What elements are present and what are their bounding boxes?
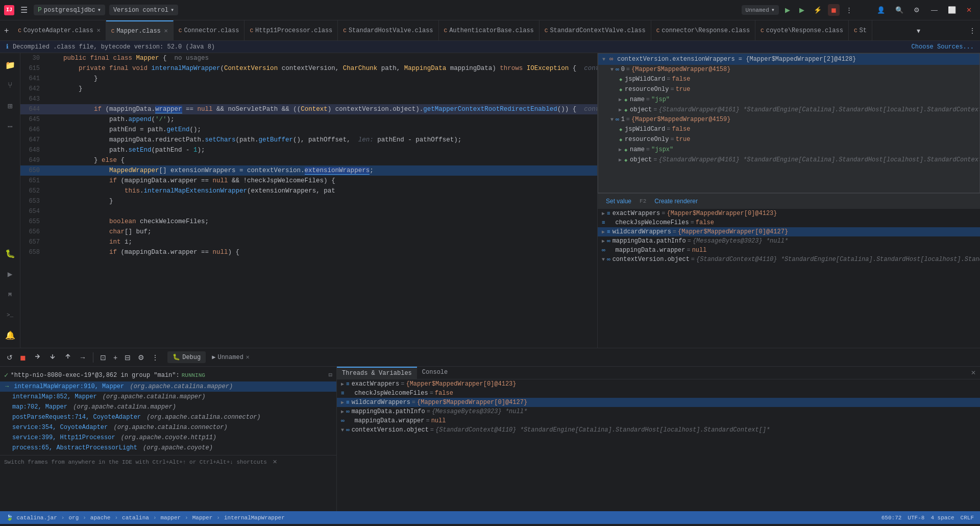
create-renderer-button[interactable]: Create renderer [652, 197, 700, 206]
status-method[interactable]: internalMapWrapper [224, 515, 285, 521]
run-config[interactable]: Unnamed ▾ [742, 5, 779, 15]
status-indent[interactable]: 4 space [930, 515, 954, 521]
activity-run[interactable]: ▶ [2, 266, 18, 282]
frame-list-button[interactable]: ⊟ [122, 352, 133, 363]
status-catalina[interactable]: catalina [122, 515, 149, 521]
global-search-button[interactable]: 🔍 [892, 4, 906, 16]
step-over-button[interactable] [31, 351, 44, 364]
exact-arrow[interactable]: ▶ [602, 210, 605, 217]
var-item-0-name-arrow[interactable]: ▶ [619, 97, 622, 103]
minimize-button[interactable]: — [927, 5, 942, 15]
hint-close-button[interactable]: ✕ [273, 459, 277, 465]
vars-checkjsp[interactable]: ≡ checkJspWelcomeFiles = false [337, 389, 980, 398]
var-item-0-object-arrow[interactable]: ▶ [619, 107, 622, 113]
frame-item-1[interactable]: internalMapWrapper:910, Mapper (org.apac… [0, 381, 336, 392]
tab-connectorresponse[interactable]: C connector\Response.class [651, 20, 755, 40]
var-item-0-arrow[interactable]: ▼ [610, 67, 614, 73]
frame-item-2[interactable]: internalMap:852, Mapper (org.apache.cata… [0, 392, 336, 402]
vcs-selector[interactable]: Version control ▾ [109, 5, 178, 15]
tab-coyoteresponse[interactable]: C coyote\Response.class [755, 20, 849, 40]
maximize-button[interactable]: ⬜ [944, 5, 960, 15]
activity-vcs[interactable]: ⑂ [2, 78, 18, 94]
variables-panel-close[interactable]: ✕ [971, 369, 976, 376]
tab-standardhostvalve[interactable]: C StandardHostValve.class [338, 20, 438, 40]
activity-structure[interactable]: ⊞ [2, 98, 18, 114]
hamburger-menu-button[interactable]: ☰ [18, 3, 30, 17]
activity-project[interactable]: 📁 [2, 57, 18, 74]
activity-maven[interactable]: M [2, 286, 18, 303]
vars-pathinfo-arrow[interactable]: ▶ [341, 409, 344, 415]
code-content[interactable]: 30 public final class Mapper { no usages… [20, 53, 597, 348]
frame-filter-icon[interactable]: ⊟ [329, 371, 332, 379]
var-item-1-jspwild[interactable]: ⬥ jspWildCard = false [598, 124, 979, 134]
var-exact-wrappers[interactable]: ▶ ≡ exactWrappers = {Mapper$MappedWrappe… [598, 209, 980, 218]
tab-http11processor[interactable]: C Http11Processor.class [244, 20, 338, 40]
tabs-more-button[interactable]: ▾ [913, 27, 924, 35]
settings-debug-button[interactable]: ⚙ [135, 352, 147, 363]
vars-ctx-arrow[interactable]: ▼ [341, 427, 344, 433]
vars-wrapper-null[interactable]: ∞ mappingData.wrapper = null [337, 416, 980, 425]
close-button[interactable]: ✕ [962, 5, 976, 15]
var-item-0[interactable]: ▼ ∞ 0 = {Mapper$MappedWrapper@4158} [598, 65, 979, 74]
more-debug-button[interactable]: ⋮ [149, 352, 161, 363]
pathinfo-arrow[interactable]: ▶ [602, 238, 605, 244]
tooltip-collapse-arrow[interactable]: ▼ [602, 57, 605, 62]
frame-item-3[interactable]: map:702, Mapper (org.apache.catalina.map… [0, 402, 336, 412]
activity-debug[interactable]: 🐛 [2, 246, 18, 262]
tab-mapper[interactable]: C Mapper.class ✕ [106, 20, 174, 40]
vars-wildcard-arrow[interactable]: ▶ [341, 399, 344, 405]
threads-variables-tab[interactable]: Threads & Variables [337, 367, 417, 379]
status-jar[interactable]: 🍃 catalina.jar [6, 514, 57, 521]
thread-header[interactable]: ✓ *http-nio-8080-exec-19*@3,862 in group… [0, 369, 336, 381]
status-mapper-class[interactable]: Mapper [192, 515, 213, 521]
coverage-button[interactable]: ⚡ [811, 4, 825, 16]
vars-pathinfo[interactable]: ▶ ∞ mappingData.pathInfo = {MessageBytes… [337, 407, 980, 416]
stop-debug-button[interactable]: ◼ [17, 352, 29, 363]
tabs-overflow-button[interactable]: ⋮ [965, 27, 980, 35]
var-item-1[interactable]: ▼ ∞ 1 = {Mapper$MappedWrapper@4159} [598, 115, 979, 124]
tab-coyoteadapter[interactable]: C CoyoteAdapter.class ✕ [13, 20, 106, 40]
var-item-0-object[interactable]: ▶ ⬥ object = {StandardWrapper@4161} *Sta… [598, 105, 979, 115]
frame-item-7[interactable]: process:65, AbstractProcessorLight (org.… [0, 443, 336, 453]
activity-terminal[interactable]: >_ [2, 307, 18, 323]
var-item-1-namejspx-arrow[interactable]: ▶ [619, 147, 622, 153]
step-out-button[interactable] [61, 351, 75, 364]
vars-ctx-object[interactable]: ▼ ∞ contextVersion.object = {StandardCon… [337, 425, 980, 435]
debug-tab-debug[interactable]: 🐛 Debug [167, 351, 206, 363]
tab-st[interactable]: C St [849, 20, 872, 40]
var-mapping-wrapper[interactable]: ∞ mappingData.wrapper = null [598, 246, 980, 255]
ctxobj-arrow[interactable]: ▼ [602, 257, 605, 262]
vars-wildcard[interactable]: ▶ ≡ wildcardWrappers = {Mapper$MappedWra… [337, 398, 980, 407]
project-selector[interactable]: P postgresqljdbc ▾ [34, 5, 105, 15]
set-value-button[interactable]: Set value [604, 197, 633, 206]
stop-button[interactable]: ◼ [828, 4, 840, 16]
settings-button[interactable]: ⚙ [911, 4, 923, 16]
status-apache[interactable]: apache [90, 515, 111, 521]
vars-exact-arrow[interactable]: ▶ [341, 381, 344, 387]
tab-standardcontextvalve[interactable]: C StandardContextValve.class [540, 20, 651, 40]
frame-item-6[interactable]: service:399, Http11Processor (org.apache… [0, 433, 336, 443]
wildcard-arrow[interactable]: ▶ [602, 229, 605, 235]
debug-tab-unnamed[interactable]: ▶ Unnamed ✕ [207, 351, 255, 363]
status-line-sep[interactable]: CRLF [961, 515, 974, 521]
more-actions-button[interactable]: ⋮ [843, 4, 855, 16]
var-item-1-namejspx[interactable]: ▶ ⬥ name = "jspx" [598, 145, 979, 155]
vars-exact-wrappers[interactable]: ▶ ≡ exactWrappers = {Mapper$MappedWrappe… [337, 379, 980, 389]
activity-notifications[interactable]: 🔔 [2, 327, 18, 344]
eval-button[interactable]: ⊡ [97, 352, 109, 363]
tooltip-header[interactable]: ▼ ∞ contextVersion.extensionWrappers = {… [598, 54, 979, 65]
var-item-1-object[interactable]: ▶ ⬥ object = {StandardWrapper@4161} *Sta… [598, 155, 979, 165]
choose-sources-link[interactable]: Choose Sources... [912, 43, 974, 51]
tab-close-mapper[interactable]: ✕ [164, 28, 168, 34]
activity-more[interactable]: ⋯ [2, 118, 18, 135]
var-path-info[interactable]: ▶ ∞ mappingData.pathInfo = {MessageBytes… [598, 236, 980, 246]
var-item-1-arrow[interactable]: ▼ [610, 117, 614, 123]
var-wildcard-wrappers[interactable]: ▶ ≡ wildcardWrappers = {Mapper$MappedWra… [598, 227, 980, 236]
step-into-button[interactable] [46, 351, 59, 364]
console-tab[interactable]: Console [417, 367, 453, 379]
frame-item-5[interactable]: service:354, CoyoteAdapter (org.apache.c… [0, 422, 336, 433]
tab-connector[interactable]: C Connector.class [174, 20, 245, 40]
var-check-jsp[interactable]: ≡ checkJspWelcomeFiles = false [598, 218, 980, 227]
var-item-0-resonly[interactable]: ⬥ resourceOnly = true [598, 84, 979, 94]
debug-tab-unnamed-close[interactable]: ✕ [246, 354, 250, 360]
